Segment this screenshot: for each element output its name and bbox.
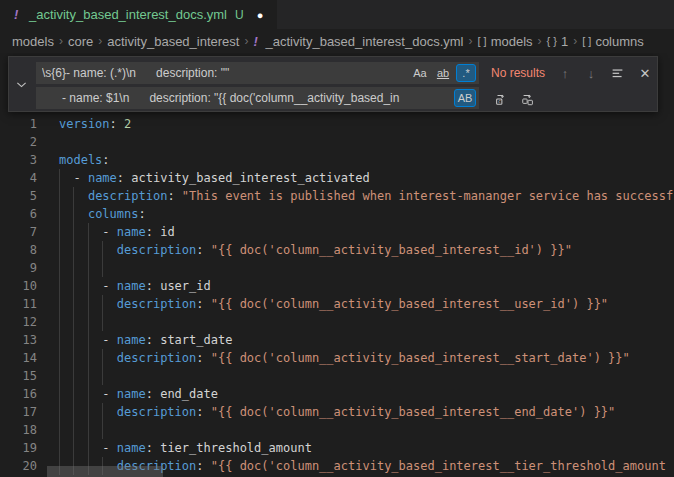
code-line[interactable]: 1version: 2 [0,115,674,133]
breadcrumb-separator-icon: › [244,34,248,48]
replace-one-button[interactable]: c [491,89,511,109]
code-line[interactable]: 17 description: "{{ doc('column__activit… [0,403,674,421]
code-line[interactable]: 2 [0,133,674,151]
code-line[interactable]: 10 - name: user_id [0,277,674,295]
indent-guide [59,277,60,295]
code-line[interactable]: 16 - name: end_date [0,385,674,403]
editor-tab[interactable]: ! _activity_based_interest_docs.yml U ● [0,0,277,29]
code-line[interactable]: 18 [0,421,674,439]
breadcrumb-separator-icon: › [468,34,472,48]
indent-guide [88,385,89,403]
breadcrumb-label: core [68,34,93,49]
line-number[interactable]: 9 [0,259,37,277]
line-number[interactable]: 20 [0,457,37,475]
code-line[interactable]: 19 - name: tier_threshold_amount [0,439,674,457]
replace-all-button[interactable] [518,89,538,109]
indent-guide [73,241,74,259]
code-line[interactable]: 6 columns: [0,205,674,223]
indent-guide [59,421,60,439]
code-line[interactable]: 7 - name: id [0,223,674,241]
replace-input[interactable] [36,87,479,109]
line-number[interactable]: 17 [0,403,37,421]
horizontal-scrollbar[interactable] [47,466,163,477]
line-number[interactable]: 1 [0,115,37,133]
code-line[interactable]: 11 description: "{{ doc('column__activit… [0,295,674,313]
breadcrumb-item[interactable]: core [68,34,93,49]
code-line[interactable]: 14 description: "{{ doc('column__activit… [0,349,674,367]
code-line[interactable]: 3models: [0,151,674,169]
breadcrumb-item[interactable]: { }1 [547,34,569,49]
find-replace-widget: Aa ab .* No results ↑ ↓ ✕ AB [8,56,658,112]
breadcrumb-item[interactable]: activity_based_interest [107,34,239,49]
indent-guide [59,385,60,403]
line-number[interactable]: 6 [0,205,37,223]
breadcrumb-label: 1 [561,34,568,49]
indent-guide [102,313,103,331]
preserve-case-button[interactable]: AB [454,89,476,107]
code-line[interactable]: 13 - name: start_date [0,331,674,349]
breadcrumb-item[interactable]: !_activity_based_interest_docs.yml [253,34,463,49]
indent-guide [102,367,103,385]
code-text: description: "{{ doc('column__activity_b… [59,241,572,259]
code-line[interactable]: 8 description: "{{ doc('column__activity… [0,241,674,259]
code-line[interactable]: 15 [0,367,674,385]
indent-guide [73,295,74,313]
indent-guide [59,331,60,349]
code-line[interactable]: 9 [0,259,674,277]
line-number[interactable]: 18 [0,421,37,439]
git-untracked-badge: U [235,8,244,22]
code-text: models: [59,151,110,169]
breadcrumb-item[interactable]: models [12,34,54,49]
indent-guide [73,205,74,223]
line-number[interactable]: 15 [0,367,37,385]
line-number[interactable]: 8 [0,241,37,259]
regex-button[interactable]: .* [456,64,476,82]
indent-guide [73,349,74,367]
find-results-count: No results [491,66,545,80]
breadcrumb-item[interactable]: [ ]columns [582,34,644,49]
code-line[interactable]: 12 [0,313,674,331]
line-number[interactable]: 14 [0,349,37,367]
unsaved-changes-dot[interactable]: ● [257,9,264,21]
indent-guide [88,331,89,349]
tab-filename: _activity_based_interest_docs.yml [29,7,227,22]
find-input-wrap: Aa ab .* [36,62,479,84]
line-number[interactable]: 13 [0,331,37,349]
editor-pane[interactable]: 1version: 223models:4 - name: activity_b… [0,53,674,477]
toggle-replace-button[interactable] [9,57,34,111]
line-number[interactable]: 19 [0,439,37,457]
line-number[interactable]: 7 [0,223,37,241]
previous-match-button[interactable]: ↑ [555,62,575,84]
line-number[interactable]: 3 [0,151,37,169]
code-text: columns: [59,205,146,223]
indent-guide [88,439,89,457]
line-number[interactable]: 16 [0,385,37,403]
line-number[interactable]: 11 [0,295,37,313]
line-number[interactable]: 5 [0,187,37,205]
match-case-button[interactable]: Aa [410,64,430,82]
line-number[interactable]: 10 [0,277,37,295]
indent-guide [59,367,60,385]
indent-guide [73,367,74,385]
replace-input-wrap: AB [36,87,479,109]
whole-word-button[interactable]: ab [433,64,453,82]
code-text: version: 2 [59,115,131,133]
close-find-button[interactable]: ✕ [635,62,655,84]
breadcrumb-label: columns [595,34,643,49]
line-number[interactable]: 12 [0,313,37,331]
breadcrumb-item[interactable]: [ ]models [477,34,532,49]
code-line[interactable]: 4 - name: activity_based_interest_activa… [0,169,674,187]
code-line[interactable]: 5 description: "This event is published … [0,187,674,205]
line-number[interactable]: 2 [0,133,37,151]
indent-guide [59,295,60,313]
indent-guide [73,313,74,331]
code-text: description: "{{ doc('column__activity_b… [59,295,608,313]
indent-guide [73,331,74,349]
indent-guide [73,187,74,205]
indent-guide [88,223,89,241]
find-in-selection-button[interactable] [607,62,627,84]
line-number[interactable]: 4 [0,169,37,187]
next-match-button[interactable]: ↓ [581,62,601,84]
indent-guide [102,349,103,367]
indent-guide [59,187,60,205]
